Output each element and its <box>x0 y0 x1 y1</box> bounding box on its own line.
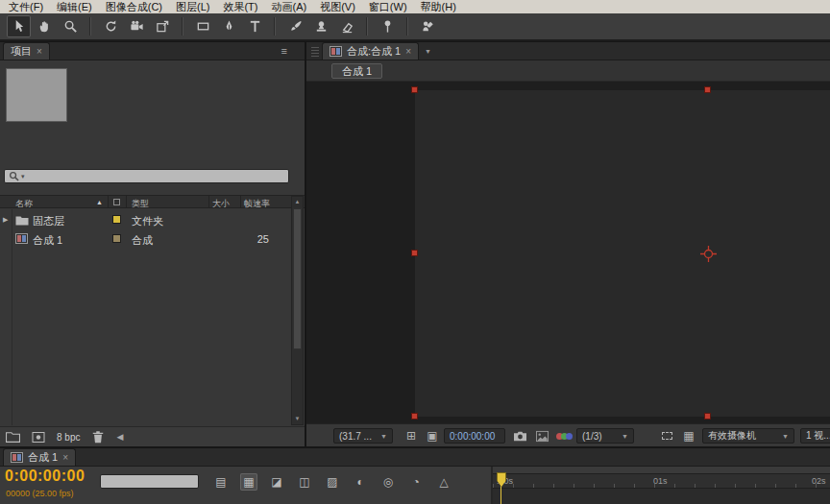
scroll-up-icon[interactable]: ▲ <box>292 197 303 207</box>
project-column-header[interactable]: 名称 ▲ 类型 大小 帧速率 <box>0 195 305 208</box>
item-name[interactable]: 合成 1 <box>33 233 62 248</box>
close-icon[interactable]: × <box>405 46 411 57</box>
resolution-dropdown[interactable]: (1/3) ▼ <box>576 428 634 444</box>
chevron-down-icon: ▼ <box>380 433 387 440</box>
menu-window[interactable]: 窗口(W) <box>362 0 414 13</box>
chevron-down-icon: ▼ <box>782 433 789 440</box>
brush-tool-button[interactable] <box>283 15 307 37</box>
column-divider[interactable] <box>208 196 209 207</box>
rotation-tool-button[interactable] <box>99 15 123 37</box>
project-scrollbar[interactable]: ▲ ▼ <box>291 196 304 425</box>
grid-options-icon[interactable]: ⊞ <box>403 428 419 444</box>
new-composition-icon[interactable] <box>32 432 45 443</box>
menu-help[interactable]: 帮助(H) <box>414 0 463 13</box>
anchor-point-icon[interactable] <box>700 246 717 262</box>
composition-viewport[interactable] <box>306 82 830 423</box>
magnification-dropdown[interactable]: (31.7 ... ▼ <box>333 428 393 444</box>
tab-timeline-comp1[interactable]: 合成 1 × <box>3 448 76 466</box>
transparency-grid-icon[interactable]: ▦ <box>681 428 696 444</box>
column-divider[interactable] <box>108 196 109 207</box>
menu-effect[interactable]: 效果(T) <box>216 0 264 13</box>
comp-navigator-button[interactable]: 合成 1 <box>331 63 382 79</box>
current-timecode[interactable]: 0:00:00:00 <box>5 468 85 485</box>
trash-icon[interactable] <box>91 430 105 444</box>
project-search-field[interactable]: ▾ <box>4 169 289 183</box>
panel-grip-icon[interactable] <box>311 47 319 57</box>
eraser-tool-icon <box>340 19 354 34</box>
menu-file[interactable]: 文件(F) <box>2 0 50 13</box>
rectangle-tool-button[interactable] <box>191 15 215 37</box>
project-bpc-button[interactable]: 8 bpc <box>57 432 80 443</box>
project-search-input[interactable] <box>27 171 284 182</box>
panel-menu-icon[interactable]: ≡ <box>281 45 287 57</box>
live-update-icon[interactable]: ▦ <box>240 473 257 491</box>
eraser-tool-button[interactable] <box>335 15 359 37</box>
close-icon[interactable]: × <box>37 46 42 57</box>
scroll-down-icon[interactable]: ▼ <box>292 414 303 424</box>
composition-frame[interactable] <box>415 90 830 417</box>
hide-shy-layers-icon[interactable]: ◫ <box>296 473 313 491</box>
view-layout-dropdown[interactable]: 1 视... <box>800 428 830 444</box>
tab-composition-viewer[interactable]: 合成:合成 1 × <box>322 42 419 60</box>
brainstorm-icon[interactable]: ◎ <box>379 473 397 491</box>
menu-layer[interactable]: 图层(L) <box>169 0 216 13</box>
selection-handle[interactable] <box>412 414 417 419</box>
close-icon[interactable]: × <box>62 452 68 463</box>
type-tool-button[interactable] <box>243 15 267 37</box>
frame-blending-icon[interactable]: ▨ <box>324 473 341 491</box>
safe-areas-icon[interactable]: ▣ <box>425 428 440 444</box>
selection-handle[interactable] <box>705 414 710 419</box>
scrollbar-thumb[interactable] <box>293 208 302 349</box>
column-name[interactable]: 名称 <box>15 198 33 210</box>
label-swatch[interactable] <box>112 234 121 243</box>
column-type[interactable]: 类型 <box>132 198 149 210</box>
selection-handle[interactable] <box>412 87 417 92</box>
menu-view[interactable]: 视图(V) <box>313 0 362 13</box>
menu-edit[interactable]: 编辑(E) <box>50 0 99 13</box>
column-size[interactable]: 大小 <box>212 198 230 210</box>
project-row-comp1[interactable]: 合成 1 合成 25 <box>0 229 290 249</box>
comp-mini-flowchart-icon[interactable]: ▤ <box>212 473 230 491</box>
column-fps[interactable]: 帧速率 <box>244 198 270 210</box>
roto-brush-tool-button[interactable] <box>416 15 440 37</box>
pen-tool-button[interactable] <box>217 15 241 37</box>
item-name[interactable]: 固态层 <box>33 214 64 228</box>
label-column-icon <box>113 199 120 205</box>
motion-blur-icon[interactable]: ◐ <box>352 473 369 491</box>
take-snapshot-icon[interactable] <box>511 428 528 444</box>
panel-scroll-left-icon[interactable]: ◀ <box>116 432 123 442</box>
region-of-interest-icon[interactable] <box>659 428 674 444</box>
timeline-tabstrip: 合成 1 × <box>0 448 830 467</box>
zoom-tool-button[interactable] <box>59 15 83 37</box>
selection-handle[interactable] <box>412 251 417 255</box>
tab-project[interactable]: 项目 × <box>3 42 50 60</box>
selection-handle[interactable] <box>705 87 710 92</box>
column-divider[interactable] <box>126 196 127 207</box>
show-snapshot-icon[interactable] <box>533 428 550 444</box>
graph-editor-icon[interactable]: △ <box>435 473 452 491</box>
caret-collapsed-icon[interactable]: ▶ <box>3 216 8 224</box>
pan-behind-tool-button[interactable] <box>151 15 175 37</box>
unified-camera-tool-button[interactable] <box>125 15 149 37</box>
clone-stamp-tool-button[interactable] <box>309 15 333 37</box>
project-row-solids[interactable]: ▶ 固态层 文件夹 <box>0 210 290 229</box>
camera-dropdown[interactable]: 有效摄像机 ▼ <box>702 428 794 444</box>
column-divider[interactable] <box>240 196 241 207</box>
puppet-pin-tool-button[interactable] <box>376 15 400 37</box>
label-swatch[interactable] <box>112 215 121 224</box>
preview-time-display[interactable]: 0:00:00:00 <box>444 428 505 444</box>
auto-keyframe-icon[interactable]: ◔ <box>407 473 425 491</box>
menu-composition[interactable]: 图像合成(C) <box>99 0 169 13</box>
menu-animation[interactable]: 动画(A) <box>265 0 314 13</box>
new-folder-icon[interactable] <box>6 431 20 443</box>
search-options-icon[interactable]: ▾ <box>21 173 25 180</box>
viewer-menu-icon[interactable]: ▼ <box>425 48 431 55</box>
draft-3d-icon[interactable]: ◪ <box>268 473 285 491</box>
time-ruler[interactable]: :00s 01s 02s <box>493 473 830 489</box>
selection-tool-button[interactable] <box>7 15 31 37</box>
hand-tool-button[interactable] <box>33 15 57 37</box>
timeline-search-field[interactable] <box>100 474 199 489</box>
layer-track-area[interactable] <box>493 489 830 504</box>
channel-settings-icon[interactable] <box>554 428 574 444</box>
clone-stamp-tool-icon <box>314 19 329 34</box>
